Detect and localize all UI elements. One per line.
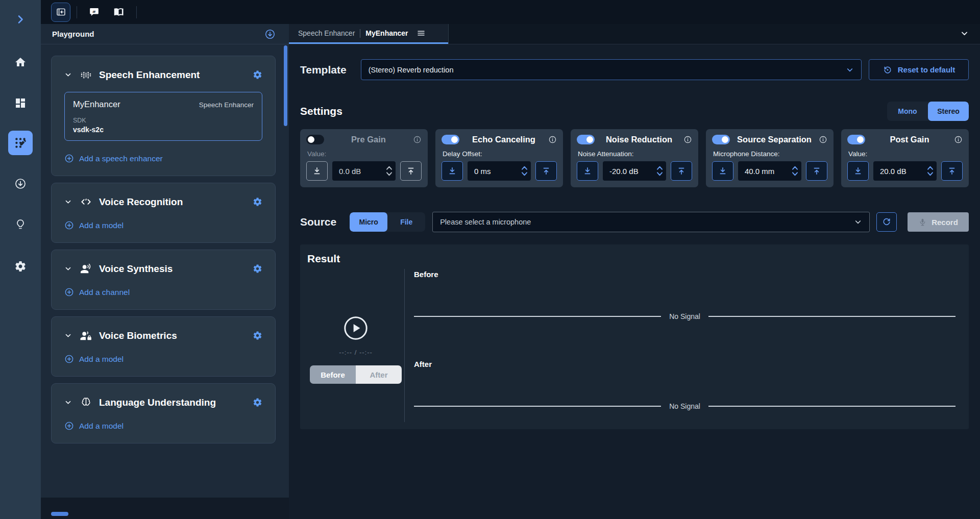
set-min-button[interactable] [847,161,869,181]
documentation-button[interactable] [109,3,128,22]
set-max-button[interactable] [806,161,827,181]
add-speech-enhancer-button[interactable]: Add a speech enhancer [64,154,163,163]
nav-ideas-button[interactable] [0,212,41,237]
panel-scroll-strip [41,498,289,519]
echo-canceling-toggle[interactable] [442,135,459,144]
set-min-button[interactable] [442,161,463,181]
noise-reduction-toggle[interactable] [577,135,595,144]
arrow-down-to-line-icon [312,166,322,176]
pre-gain-toggle[interactable] [306,135,324,144]
enhancer-card-myenhancer[interactable]: MyEnhancer Speech Enhancer SDK vsdk-s2c [64,92,262,141]
horizontal-scrollbar[interactable] [51,512,68,516]
chevron-up-icon[interactable] [656,166,663,170]
chevron-down-icon[interactable] [386,172,393,176]
section-header[interactable]: Voice Recognition [64,196,262,208]
chevron-up-icon[interactable] [386,166,393,170]
info-icon[interactable] [413,135,422,144]
value-stepper[interactable] [927,166,934,176]
chevron-up-icon[interactable] [792,166,798,170]
play-button[interactable] [344,316,368,340]
value-stepper[interactable] [521,166,528,176]
expand-sidebar-button[interactable] [0,7,41,32]
after-option[interactable]: After [356,365,402,384]
microphone-distance-input[interactable]: 40.0 mm [738,161,801,181]
before-after-toggle: Before After [310,365,402,384]
post-gain-value-input[interactable]: 20.0 dB [873,161,937,181]
info-icon[interactable] [683,135,692,144]
record-button[interactable]: Record [908,212,969,232]
gear-icon[interactable] [253,331,262,340]
section-header[interactable]: Voice Synthesis [64,263,262,275]
set-max-button[interactable] [671,161,692,181]
nav-dashboard-button[interactable] [0,91,41,115]
tab-list-chevron-icon[interactable] [960,29,969,38]
lightbulb-icon [14,218,27,231]
nav-playground-button[interactable] [8,131,33,155]
gear-icon[interactable] [253,264,262,274]
pre-gain-value-input[interactable]: 0.0 dB [332,161,396,181]
source-mode-toggle: Micro File [350,212,425,232]
delay-offset-input[interactable]: 0 ms [468,161,531,181]
chevron-down-icon[interactable] [64,71,72,79]
chevron-down-icon[interactable] [927,172,934,176]
post-gain-toggle[interactable] [847,135,865,144]
signal-line [708,316,955,317]
chevron-down-icon[interactable] [64,332,72,339]
before-option[interactable]: Before [310,365,356,384]
info-icon[interactable] [819,135,827,144]
gear-icon[interactable] [253,398,262,407]
section-header[interactable]: Voice Biometrics [64,330,262,341]
template-select[interactable]: (Stereo) Reverb reduction [361,59,862,80]
tab-divider [448,24,449,44]
reset-to-default-button[interactable]: Reset to default [869,59,969,80]
refresh-devices-button[interactable] [876,212,897,232]
chevron-down-icon[interactable] [64,265,72,273]
set-min-button[interactable] [712,161,733,181]
nav-home-button[interactable] [0,50,41,75]
phonetics-button[interactable]: æ [84,3,104,22]
chevron-down-icon[interactable] [521,172,528,176]
noise-attenuation-input[interactable]: -20.0 dB [603,161,666,181]
mono-option[interactable]: Mono [887,102,928,121]
chevron-up-icon[interactable] [927,166,934,170]
export-download-icon[interactable] [264,29,276,40]
collapse-panel-button[interactable] [51,3,70,22]
value-stepper[interactable] [656,166,663,176]
file-option[interactable]: File [387,212,425,232]
section-header[interactable]: Language Understanding [64,397,262,408]
section-voice-recognition: Voice Recognition Add a model [51,183,276,243]
set-min-button[interactable] [306,161,328,181]
chevron-up-icon[interactable] [521,166,528,170]
set-min-button[interactable] [577,161,598,181]
result-panel: Result --:-- / --:-- Before After Before [300,244,969,429]
add-model-button[interactable]: Add a model [64,220,124,230]
nav-settings-button[interactable] [0,254,41,279]
chevron-down-icon[interactable] [64,399,72,406]
section-header[interactable]: Speech Enhancement [64,69,262,81]
nav-downloads-button[interactable] [0,171,41,196]
chevron-down-icon[interactable] [656,172,663,176]
value-stepper[interactable] [792,166,798,176]
set-max-button[interactable] [400,161,422,181]
add-model-button[interactable]: Add a model [64,354,124,364]
tab-menu-icon[interactable] [416,29,426,38]
enhancer-type: Speech Enhancer [199,101,254,109]
add-channel-button[interactable]: Add a channel [64,287,130,297]
stereo-option[interactable]: Stereo [928,102,969,121]
tab-myenhancer[interactable]: Speech Enhancer MyEnhancer [289,24,448,44]
set-max-button[interactable] [535,161,557,181]
info-icon[interactable] [548,135,557,144]
source-separation-toggle[interactable] [712,135,730,144]
value-stepper[interactable] [386,166,393,176]
gear-icon[interactable] [253,197,262,207]
info-icon[interactable] [954,135,963,144]
vertical-scrollbar[interactable] [284,45,287,126]
microphone-select[interactable]: Please select a microphone [432,212,870,232]
chevron-down-icon[interactable] [792,172,798,176]
set-max-button[interactable] [941,161,963,181]
chevron-down-icon[interactable] [64,198,72,206]
micro-option[interactable]: Micro [350,212,387,232]
add-model-button[interactable]: Add a model [64,421,124,431]
no-signal-text: No Signal [669,402,700,410]
gear-icon[interactable] [253,70,262,80]
